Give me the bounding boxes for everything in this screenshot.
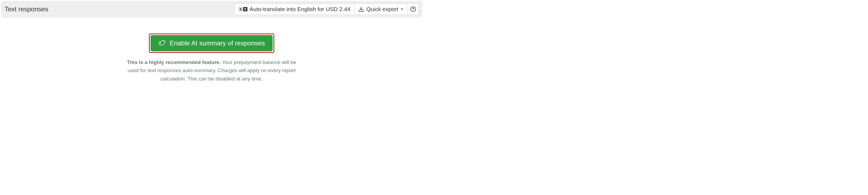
cta-highlight-frame: Enable AI summary of responses bbox=[149, 34, 274, 53]
header-actions: A文 Auto-translate into English for USD 2… bbox=[235, 3, 418, 15]
enable-ai-summary-label: Enable AI summary of responses bbox=[169, 39, 265, 47]
auto-translate-label: Auto-translate into English for USD 2.44 bbox=[250, 6, 350, 12]
header-bar: Text responses A文 Auto-translate into En… bbox=[1, 1, 422, 17]
page-title: Text responses bbox=[5, 5, 48, 13]
auto-translate-button[interactable]: A文 Auto-translate into English for USD 2… bbox=[235, 3, 354, 15]
feature-description: This is a highly recommended feature. Yo… bbox=[125, 58, 298, 83]
help-icon bbox=[410, 6, 416, 12]
download-icon bbox=[358, 6, 364, 12]
main-content: Enable AI summary of responses This is a… bbox=[1, 17, 422, 83]
quick-export-label: Quick export bbox=[366, 6, 398, 12]
chevron-down-icon: ▼ bbox=[400, 7, 404, 11]
dove-icon bbox=[158, 39, 166, 47]
description-bold: This is a highly recommended feature. bbox=[127, 60, 221, 65]
translate-icon: A文 bbox=[239, 7, 247, 11]
help-button[interactable] bbox=[408, 3, 418, 15]
enable-ai-summary-button[interactable]: Enable AI summary of responses bbox=[151, 35, 272, 51]
quick-export-button[interactable]: Quick export ▼ bbox=[354, 3, 408, 15]
